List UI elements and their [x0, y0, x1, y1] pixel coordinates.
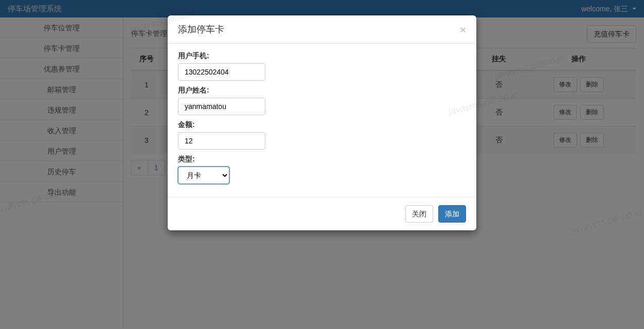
phone-label: 用户手机:: [178, 51, 466, 61]
name-input[interactable]: [178, 98, 265, 115]
phone-input[interactable]: [178, 63, 265, 81]
type-select[interactable]: 月卡: [178, 167, 229, 184]
type-label: 类型:: [178, 155, 466, 164]
name-label: 用户姓名:: [178, 86, 466, 95]
amount-label: 金额:: [178, 120, 466, 130]
amount-input[interactable]: [178, 132, 265, 150]
close-button[interactable]: 关闭: [405, 205, 433, 223]
add-card-modal: 添加停车卡 × 用户手机: 用户姓名: 金额: 类型: 月卡 关闭 添加: [168, 15, 476, 230]
modal-title: 添加停车卡: [178, 23, 224, 35]
close-icon[interactable]: ×: [460, 24, 466, 35]
submit-button[interactable]: 添加: [438, 205, 466, 223]
